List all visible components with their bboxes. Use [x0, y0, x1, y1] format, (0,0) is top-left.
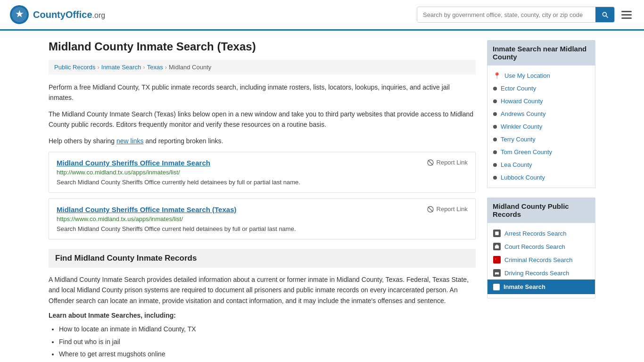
report-icon-1 — [427, 159, 434, 166]
content-area: Midland County Inmate Search (Texas) Pub… — [49, 40, 476, 361]
header: ★ CountyOffice.org — [0, 0, 644, 31]
result-item-1-header: Midland County Sheriffs Office Inmate Se… — [57, 159, 468, 167]
bullet-item-2: Find out who is in jail — [59, 336, 476, 348]
public-records-section: Midland County Public Records Arrest Rec… — [487, 197, 595, 298]
hamburger-button[interactable] — [619, 8, 635, 22]
svg-point-13 — [497, 273, 499, 275]
svg-text:!: ! — [495, 258, 496, 261]
sidebar-nearby-lubbock[interactable]: Lubbock County — [487, 171, 595, 184]
page-title: Midland County Inmate Search (Texas) — [49, 40, 476, 53]
main-container: Midland County Inmate Search (Texas) Pub… — [39, 31, 605, 362]
arrest-icon — [493, 230, 501, 237]
svg-marker-9 — [495, 245, 499, 246]
driving-records-item[interactable]: Driving Records Search — [487, 266, 595, 280]
intro3-prefix: Help others by sharing — [49, 137, 116, 145]
location-pin-icon: 📍 — [493, 72, 501, 79]
hamburger-line-2 — [621, 14, 632, 16]
dot-icon — [493, 125, 497, 129]
bullet-item-3: Where to get arrest mugshots online — [59, 348, 476, 361]
arrest-records-item[interactable]: Arrest Records Search — [487, 227, 595, 240]
sidebar-nearby-howard[interactable]: Howard County — [487, 95, 595, 107]
use-my-location-link[interactable]: Use My Location — [504, 72, 550, 79]
dot-icon — [493, 112, 497, 116]
intro-text-2: The Midland County Inmate Search (Texas)… — [49, 109, 476, 130]
new-links-link[interactable]: new links — [116, 137, 144, 145]
svg-rect-8 — [495, 246, 499, 248]
report-link-1[interactable]: Report Link — [427, 159, 468, 166]
driving-records-link[interactable]: Driving Records Search — [504, 270, 569, 277]
intro-text-1: Perform a free Midland County, TX public… — [49, 82, 476, 103]
winkler-county-link[interactable]: Winkler County — [501, 123, 542, 130]
sidebar: Inmate Search near Midland County 📍 Use … — [487, 40, 595, 361]
report-label-1: Report Link — [437, 159, 468, 166]
result-desc-2: Search Midland County Sheriffs Office cu… — [57, 225, 468, 232]
inmate-search-label: Inmate Search — [504, 283, 545, 290]
logo-area: ★ CountyOffice.org — [9, 5, 105, 25]
sidebar-nearby-andrews[interactable]: Andrews County — [487, 107, 595, 120]
lubbock-county-link[interactable]: Lubbock County — [501, 174, 545, 181]
report-link-2[interactable]: Report Link — [427, 206, 468, 213]
terry-county-link[interactable]: Terry County — [501, 136, 536, 143]
sidebar-nearby-lea[interactable]: Lea County — [487, 158, 595, 171]
public-records-content: Arrest Records Search Court Records Sear… — [487, 223, 595, 298]
intro-text-3: Help others by sharing new links and rep… — [49, 136, 476, 146]
breadcrumb-link-public-records[interactable]: Public Records — [54, 64, 95, 71]
search-button[interactable] — [595, 7, 614, 22]
svg-line-6 — [428, 207, 432, 212]
breadcrumb-link-texas[interactable]: Texas — [147, 64, 163, 71]
breadcrumb-link-inmate-search[interactable]: Inmate Search — [101, 64, 141, 71]
tom-green-county-link[interactable]: Tom Green County — [501, 148, 552, 156]
search-bar-container — [417, 7, 615, 23]
report-label-2: Report Link — [437, 206, 468, 213]
court-records-link[interactable]: Court Records Search — [504, 243, 565, 250]
arrest-records-link[interactable]: Arrest Records Search — [504, 230, 567, 237]
sidebar-nearby-winkler[interactable]: Winkler County — [487, 120, 595, 133]
search-icon — [601, 11, 609, 18]
court-icon — [493, 243, 501, 250]
criminal-records-link[interactable]: Criminal Records Search — [504, 256, 573, 263]
result-item-2: Midland County Sheriffs Office Inmate Se… — [49, 198, 476, 239]
result-title-1: Midland County Sheriffs Office Inmate Se… — [57, 159, 210, 167]
nearby-section-content: 📍 Use My Location Ector County Howard Co… — [487, 66, 595, 188]
court-records-item[interactable]: Court Records Search — [487, 240, 595, 253]
svg-text:★: ★ — [16, 9, 24, 19]
find-records-section-header: Find Midland County Inmate Records — [49, 249, 476, 268]
learn-heading: Learn about Inmate Searches, including: — [49, 312, 476, 319]
bullet-list: How to locate an inmate in Midland Count… — [49, 323, 476, 361]
nearby-section-title: Inmate Search near Midland County — [487, 40, 595, 66]
criminal-records-item[interactable]: ! Criminal Records Search — [487, 253, 595, 266]
find-records-desc: A Midland County Inmate Search provides … — [49, 274, 476, 306]
hamburger-line-3 — [621, 17, 632, 19]
lea-county-link[interactable]: Lea County — [501, 161, 532, 168]
dot-icon — [493, 87, 497, 90]
sidebar-nearby-ector[interactable]: Ector County — [487, 82, 595, 95]
sidebar-nearby-terry[interactable]: Terry County — [487, 133, 595, 146]
search-input[interactable] — [417, 8, 595, 22]
result-link-1[interactable]: Midland County Sheriffs Office Inmate Se… — [57, 159, 210, 167]
sidebar-nearby-tom-green[interactable]: Tom Green County — [487, 146, 595, 158]
result-link-2[interactable]: Midland County Sheriffs Office Inmate Se… — [57, 206, 236, 214]
nearby-section: Inmate Search near Midland County 📍 Use … — [487, 40, 595, 188]
result-desc-1: Search Midland County Sheriffs Office cu… — [57, 179, 468, 186]
bullet-item-1: How to locate an inmate in Midland Count… — [59, 323, 476, 336]
breadcrumb: Public Records › Inmate Search › Texas ›… — [49, 60, 476, 74]
hamburger-line-1 — [621, 11, 632, 12]
andrews-county-link[interactable]: Andrews County — [501, 110, 545, 117]
dot-icon — [493, 99, 497, 103]
intro3-suffix: and reporting broken links. — [144, 137, 223, 145]
public-records-section-title: Midland County Public Records — [487, 197, 595, 223]
dot-icon — [493, 150, 497, 154]
logo-icon: ★ — [9, 5, 29, 25]
inmate-search-icon — [493, 284, 500, 290]
criminal-icon: ! — [493, 256, 501, 263]
howard-county-link[interactable]: Howard County — [501, 98, 543, 105]
result-url-2: https://www.co.midland.tx.us/apps/inmate… — [57, 215, 468, 222]
ector-county-link[interactable]: Ector County — [501, 85, 536, 92]
report-icon-2 — [427, 206, 434, 213]
use-my-location-item[interactable]: 📍 Use My Location — [487, 69, 595, 82]
driving-icon — [493, 269, 501, 277]
breadcrumb-sep-3: › — [165, 64, 167, 71]
dot-icon — [493, 138, 497, 141]
inmate-search-active-item[interactable]: Inmate Search — [487, 280, 595, 294]
breadcrumb-sep-1: › — [97, 64, 99, 71]
